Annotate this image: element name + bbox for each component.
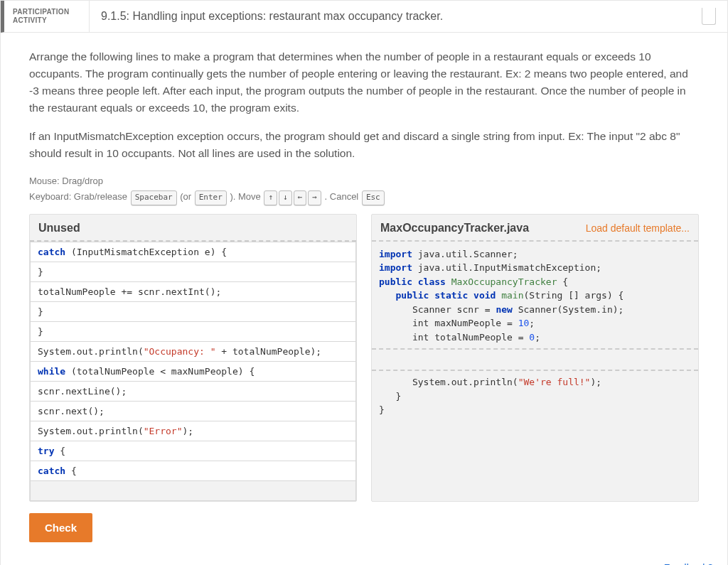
code-panel-title: MaxOccupancyTracker.java — [380, 222, 529, 235]
unused-code-line[interactable]: System.out.println("Error"); — [30, 421, 356, 441]
unused-panel-header: Unused — [30, 215, 356, 242]
unused-code-line[interactable]: } — [30, 262, 356, 282]
code-row: public static void main(String [] args) … — [372, 289, 698, 303]
activity-title: 9.1.5: Handling input exceptions: restau… — [90, 1, 702, 31]
code-panel-header: MaxOccupancyTracker.java Load default te… — [372, 215, 698, 242]
unused-code-line[interactable]: scnr.next(); — [30, 402, 356, 421]
description-paragraph-2: If an InputMismatchException exception o… — [29, 128, 699, 162]
unused-code-line[interactable]: catch (InputMismatchException e) { — [30, 242, 356, 262]
code-row: int totalNumPeople = 0; — [372, 330, 698, 345]
unused-code-line[interactable]: } — [30, 302, 356, 322]
mouse-instruction: Mouse: Drag/drop — [29, 173, 699, 189]
panels-row: Unused catch (InputMismatchException e) … — [29, 214, 699, 502]
description-paragraph-1: Arrange the following lines to make a pr… — [29, 48, 699, 117]
load-default-template-link[interactable]: Load default template... — [586, 222, 690, 234]
key-spacebar: Spacebar — [131, 190, 177, 205]
key-down-icon: ↓ — [279, 190, 292, 205]
unused-code-line[interactable]: while (totalNumPeople < maxNumPeople) { — [30, 362, 356, 382]
badge-line-2: ACTIVITY — [13, 16, 80, 25]
unused-code-line[interactable]: System.out.println("Occupancy: " + total… — [30, 342, 356, 362]
bookmark-icon[interactable] — [702, 8, 716, 25]
unused-list: catch (InputMismatchException e) {}total… — [30, 242, 356, 481]
code-drop-zone[interactable] — [372, 348, 698, 371]
activity-container: PARTICIPATION ACTIVITY 9.1.5: Handling i… — [0, 0, 728, 565]
unused-empty-slot[interactable] — [30, 481, 356, 501]
activity-content: Arrange the following lines to make a pr… — [1, 33, 727, 556]
code-row: } — [372, 389, 698, 404]
code-panel: MaxOccupancyTracker.java Load default te… — [371, 214, 699, 502]
unused-panel-title: Unused — [38, 222, 80, 235]
key-esc: Esc — [362, 190, 385, 205]
keyboard-instruction-line: Keyboard: Grab/release Spacebar (or Ente… — [29, 189, 699, 205]
code-row: int maxNumPeople = 10; — [372, 316, 698, 330]
unused-code-line[interactable]: catch { — [30, 461, 356, 481]
code-after-drop: System.out.println("We're full!"); }} — [372, 375, 698, 417]
code-body: import java.util.Scanner;import java.uti… — [372, 242, 698, 423]
unused-code-line[interactable]: try { — [30, 441, 356, 461]
code-row: } — [372, 403, 698, 417]
unused-code-line[interactable]: totalNumPeople += scnr.nextInt(); — [30, 282, 356, 302]
unused-panel: Unused catch (InputMismatchException e) … — [29, 214, 357, 502]
key-right-icon: → — [308, 190, 321, 205]
code-row: public class MaxOccupancyTracker { — [372, 275, 698, 289]
code-row: import java.util.InputMismatchException; — [372, 261, 698, 275]
key-up-icon: ↑ — [264, 190, 277, 205]
key-enter: Enter — [195, 190, 227, 205]
badge-line-1: PARTICIPATION — [13, 8, 80, 16]
code-row: import java.util.Scanner; — [372, 247, 698, 262]
feedback-link[interactable]: Feedback? — [1, 556, 727, 565]
unused-code-line[interactable]: scnr.nextLine(); — [30, 382, 356, 402]
keyboard-instructions: Mouse: Drag/drop Keyboard: Grab/release … — [29, 173, 699, 205]
code-before-drop: import java.util.Scanner;import java.uti… — [372, 247, 698, 345]
unused-code-line[interactable]: } — [30, 322, 356, 342]
check-button[interactable]: Check — [29, 513, 92, 542]
activity-header: PARTICIPATION ACTIVITY 9.1.5: Handling i… — [1, 1, 727, 33]
key-left-icon: ← — [294, 190, 307, 205]
code-row: System.out.println("We're full!"); — [372, 375, 698, 389]
code-row: Scanner scnr = new Scanner(System.in); — [372, 303, 698, 317]
participation-badge: PARTICIPATION ACTIVITY — [4, 1, 90, 32]
